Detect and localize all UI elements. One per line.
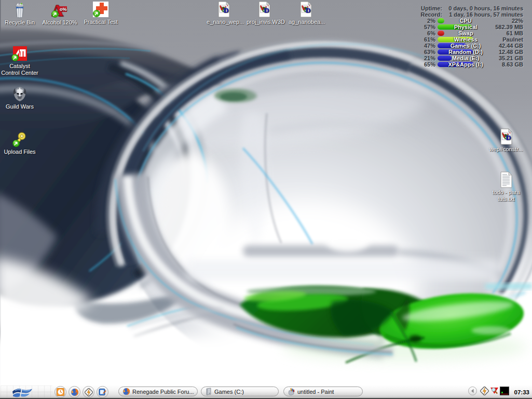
svg-text:o%: o% <box>60 7 67 12</box>
